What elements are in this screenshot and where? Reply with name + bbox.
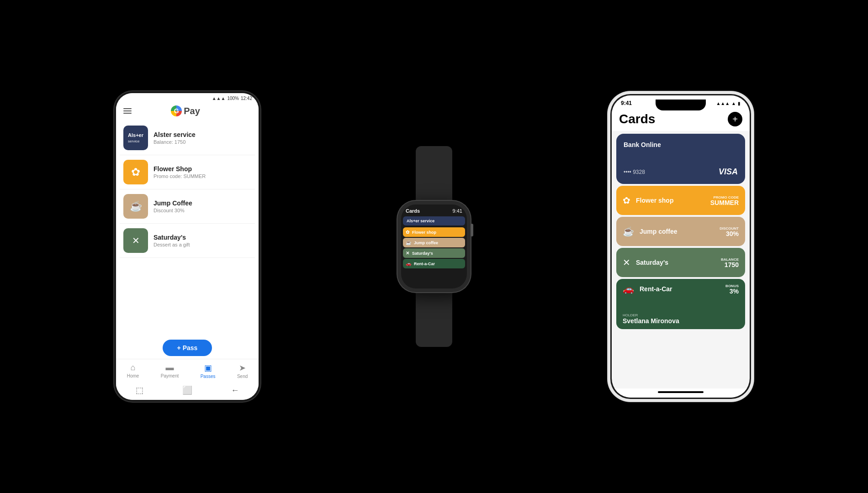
nav-item-payment[interactable]: ▬ Payment	[161, 363, 179, 379]
alster-icon: Als+erservice	[123, 126, 148, 150]
flower-shop-text: Flower Shop Promo code: SUMMER	[153, 165, 251, 179]
watch-list-item[interactable]: ☕ Jump coffee	[403, 238, 465, 247]
iphone-notch	[656, 100, 706, 110]
nav-item-send[interactable]: ➤ Send	[237, 363, 248, 379]
flower-shop-badge-value: SUMMER	[710, 199, 739, 206]
hamburger-menu-button[interactable]	[123, 108, 132, 114]
iphone-time: 9:41	[621, 100, 632, 106]
iphone-home-indicator	[612, 388, 750, 398]
flower-shop-watch-icon: ✿	[406, 230, 409, 235]
jump-coffee-watch-icon: ☕	[406, 240, 411, 245]
rent-card-top: 🚗 Rent-a-Car BONUS 3%	[623, 283, 739, 294]
jump-coffee-watch-label: Jump coffee	[414, 241, 438, 245]
home-circle-icon[interactable]: ⬜	[182, 385, 192, 395]
nav-item-passes[interactable]: ▣ Passes	[201, 363, 216, 379]
rent-car-badge-value: 3%	[725, 288, 739, 294]
loyalty-card-flower-shop[interactable]: ✿ Flower shop PROMO CODE SUMMER	[616, 186, 745, 215]
send-icon: ➤	[239, 363, 246, 373]
google-g-icon: G	[171, 105, 182, 116]
watch-list-item[interactable]: ✿ Flower shop	[403, 227, 465, 237]
pass-button-container: + Pass	[116, 335, 259, 359]
home-bar	[658, 391, 704, 393]
android-screen: ▲▲▲ 100% 12:42 G Pay	[116, 93, 259, 400]
saturdays-text: Saturday's Dessert as a gift	[153, 234, 251, 247]
rent-car-badge-label: BONUS	[725, 284, 739, 288]
flower-shop-badge-label: PROMO CODE	[710, 195, 739, 199]
saturdays-watch-label: Saturday's	[412, 251, 433, 256]
watch-list-item[interactable]: ✕ Saturday's	[403, 248, 465, 258]
menu-line	[123, 113, 132, 114]
watch-crown	[471, 224, 473, 236]
passes-label: Passes	[201, 374, 216, 379]
iphone-screen: 9:41 ▲▲▲ ▲ ▮ Cards +	[612, 95, 750, 398]
jump-coffee-iphone-name: Jump coffee	[640, 228, 714, 235]
rent-card[interactable]: 🚗 Rent-a-Car BONUS 3% HOLDER Svetlana Mi…	[616, 279, 745, 329]
home-label: Home	[127, 373, 139, 378]
rent-car-iphone-icon: 🚗	[623, 283, 634, 294]
alster-text: Alster service Balance: 1750	[153, 131, 251, 145]
android-list: Als+erservice Alster service Balance: 17…	[116, 121, 259, 335]
bank-card[interactable]: Bank Online •••• 9328 VISA	[616, 134, 745, 184]
visa-logo: VISA	[719, 167, 738, 177]
jump-coffee-icon: ☕	[123, 194, 148, 219]
watch-title: Cards	[406, 208, 420, 214]
watch-header: Cards 9:41	[401, 205, 467, 215]
battery-status: 100%	[227, 96, 239, 101]
gpay-text: Pay	[184, 106, 200, 116]
rent-car-watch-icon: 🚗	[406, 261, 411, 266]
bank-card-bottom: •••• 9328 VISA	[624, 167, 738, 177]
saturdays-icon: ✕	[123, 228, 148, 253]
payment-label: Payment	[161, 373, 179, 378]
flower-shop-iphone-name: Flower shop	[636, 197, 705, 204]
list-item[interactable]: Als+erservice Alster service Balance: 17…	[120, 121, 255, 155]
jump-coffee-badge: DISCOUNT 30%	[720, 226, 739, 237]
watch-alster-card[interactable]: Als+er service	[403, 216, 465, 226]
wifi-icon: ▲	[731, 101, 736, 106]
jump-coffee-title: Jump Coffee	[153, 199, 251, 207]
alster-title: Alster service	[153, 131, 251, 138]
back-arrow-icon[interactable]: ←	[231, 386, 239, 395]
home-icon: ⌂	[131, 363, 136, 372]
pass-button[interactable]: + Pass	[163, 340, 212, 356]
signal-bars-icon: ▲▲▲	[716, 101, 730, 106]
bank-card-number: •••• 9328	[624, 169, 645, 175]
loyalty-card-saturdays[interactable]: ✕ Saturday's BALANCE 1750	[616, 248, 745, 277]
list-item[interactable]: ☕ Jump Coffee Discount 30%	[120, 189, 255, 224]
alster-subtitle: Balance: 1750	[153, 139, 251, 145]
saturdays-watch-icon: ✕	[406, 251, 409, 256]
scene: ▲▲▲ 100% 12:42 G Pay	[114, 41, 754, 452]
iphone: 9:41 ▲▲▲ ▲ ▮ Cards +	[608, 91, 754, 402]
iphone-status-icons: ▲▲▲ ▲ ▮	[716, 101, 741, 106]
holder-label: HOLDER	[623, 313, 739, 317]
rent-car-iphone-name: Rent-a-Car	[640, 285, 720, 293]
android-nav-bar: ⬚ ⬜ ←	[116, 382, 259, 400]
flower-shop-badge: PROMO CODE SUMMER	[710, 195, 739, 206]
flower-shop-iphone-icon: ✿	[623, 195, 630, 206]
flower-shop-watch-label: Flower shop	[412, 230, 436, 235]
jump-coffee-iphone-icon: ☕	[623, 226, 634, 237]
menu-line	[123, 110, 132, 111]
rent-card-holder: HOLDER Svetlana Mironova	[623, 313, 739, 325]
holder-name: Svetlana Mironova	[623, 317, 739, 325]
gpay-logo: G Pay	[171, 105, 200, 116]
saturdays-title: Saturday's	[153, 234, 251, 241]
rent-car-watch-label: Rent-a-Car	[414, 262, 435, 266]
saturdays-subtitle: Dessert as a gift	[153, 242, 251, 247]
watch-list-item[interactable]: 🚗 Rent-a-Car	[403, 259, 465, 268]
list-item[interactable]: ✕ Saturday's Dessert as a gift	[120, 224, 255, 258]
add-card-button[interactable]: +	[728, 112, 742, 126]
iphone-inner: 9:41 ▲▲▲ ▲ ▮ Cards +	[610, 94, 751, 399]
loyalty-card-jump-coffee[interactable]: ☕ Jump coffee DISCOUNT 30%	[616, 217, 745, 246]
android-bottom-bar: ⌂ Home ▬ Payment ▣ Passes ➤ Send	[116, 359, 259, 382]
bank-card-name: Bank Online	[624, 141, 738, 148]
clock: 12:42	[241, 96, 252, 101]
saturdays-badge: BALANCE 1750	[721, 257, 739, 268]
flower-shop-icon: ✿	[123, 160, 148, 184]
nav-item-home[interactable]: ⌂ Home	[127, 363, 139, 379]
saturdays-badge-label: BALANCE	[721, 257, 739, 262]
iphone-page-title: Cards	[619, 112, 655, 126]
back-square-icon[interactable]: ⬚	[136, 385, 143, 395]
android-status-bar: ▲▲▲ 100% 12:42	[116, 93, 259, 102]
list-item[interactable]: ✿ Flower Shop Promo code: SUMMER	[120, 155, 255, 189]
rent-car-badge: BONUS 3%	[725, 284, 739, 294]
